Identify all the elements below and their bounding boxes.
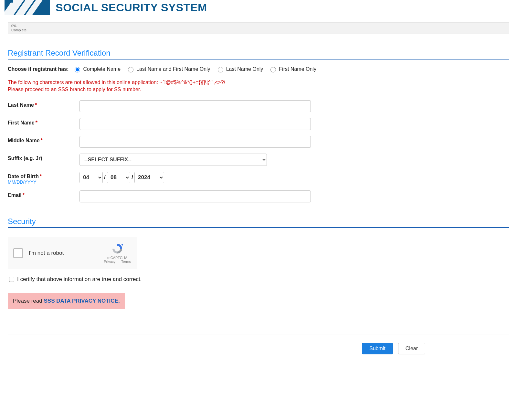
recaptcha-brand: reCAPTCHA [103, 256, 132, 260]
footer-divider [8, 335, 509, 335]
first-name-input[interactable] [79, 118, 311, 130]
radio-first-only[interactable]: First Name Only [269, 66, 316, 72]
submit-button[interactable]: Submit [362, 343, 393, 354]
email-input[interactable] [79, 190, 311, 202]
dob-day-select[interactable]: 08 [107, 172, 130, 183]
recaptcha-text: I'm not a robot [29, 250, 64, 256]
recaptcha-icon [111, 242, 123, 255]
last-name-label: Last Name* [8, 100, 79, 108]
site-title: SOCIAL SECURITY SYSTEM [56, 1, 207, 14]
radio-complete-name[interactable]: Complete Name [73, 66, 121, 72]
radio-last-only[interactable]: Last Name Only [216, 66, 263, 72]
error-line-1: The following characters are not allowed… [8, 79, 509, 86]
middle-name-label: Middle Name* [8, 136, 79, 144]
radio-first-only-text: First Name Only [279, 66, 316, 72]
dob-hint: MM/DD/YYYY [8, 179, 79, 185]
registrant-choice-label: Choose if registrant has: [8, 66, 69, 72]
site-header: SOCIAL SECURITY SYSTEM [0, 0, 517, 17]
dob-group: 04 / 08 / 2024 [79, 172, 164, 183]
svg-rect-4 [5, 0, 13, 3]
progress-bar: 0% Complete [8, 22, 509, 34]
clear-button[interactable]: Clear [398, 343, 425, 354]
progress-label: Complete [11, 28, 506, 32]
privacy-prefix: Please read [13, 298, 42, 304]
section-title-verification: Registrant Record Verification [8, 48, 509, 59]
radio-complete-text: Complete Name [83, 66, 121, 72]
last-name-input[interactable] [79, 100, 311, 112]
certify-row: I certify that above information are tru… [8, 276, 509, 283]
sss-logo [5, 0, 50, 15]
recaptcha-privacy-link[interactable]: Privacy [104, 260, 115, 264]
dob-sep-1: / [104, 174, 106, 181]
progress-percent: 0% [11, 24, 506, 28]
certify-text: I certify that above information are tru… [17, 276, 142, 283]
radio-last-first[interactable]: Last Name and First Name Only [126, 66, 210, 72]
svg-marker-5 [121, 244, 123, 246]
radio-last-only-input[interactable] [218, 67, 223, 72]
privacy-notice-link[interactable]: SSS DATA PRIVACY NOTICE. [44, 298, 120, 304]
error-message: The following characters are not allowed… [8, 79, 509, 93]
recaptcha-terms-link[interactable]: Terms [121, 260, 131, 264]
dob-month-select[interactable]: 04 [79, 172, 103, 183]
button-row: Submit Clear [8, 343, 509, 354]
certify-checkbox[interactable] [9, 277, 14, 282]
middle-name-input[interactable] [79, 136, 311, 148]
registrant-choice-row: Choose if registrant has: Complete Name … [8, 66, 509, 72]
radio-complete-input[interactable] [75, 67, 80, 72]
suffix-label: Suffix (e.g. Jr) [8, 154, 79, 161]
email-label: Email* [8, 190, 79, 198]
first-name-label: First Name* [8, 118, 79, 126]
radio-last-first-text: Last Name and First Name Only [136, 66, 210, 72]
dob-label: Date of Birth* MM/DD/YYYY [8, 172, 79, 185]
recaptcha-widget[interactable]: I'm not a robot reCAPTCHA Privacy - Term… [8, 237, 137, 269]
error-line-2: Please proceed to an SSS branch to apply… [8, 86, 509, 93]
radio-first-only-input[interactable] [270, 67, 276, 72]
radio-last-only-text: Last Name Only [226, 66, 263, 72]
recaptcha-checkbox[interactable] [13, 248, 23, 258]
privacy-notice-box: Please read SSS DATA PRIVACY NOTICE. [8, 293, 125, 309]
dob-year-select[interactable]: 2024 [134, 172, 164, 183]
recaptcha-badge: reCAPTCHA Privacy - Terms [103, 242, 132, 264]
dob-sep-2: / [132, 174, 133, 181]
suffix-select[interactable]: --SELECT SUFFIX-- [79, 154, 267, 166]
section-title-security: Security [8, 217, 509, 228]
radio-last-first-input[interactable] [128, 67, 133, 72]
